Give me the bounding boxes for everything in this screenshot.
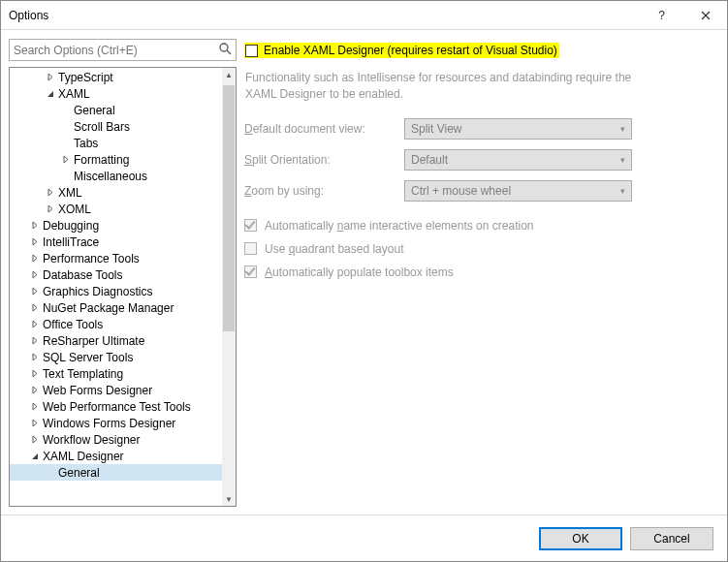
tree-item[interactable]: Graphics Diagnostics <box>10 283 222 299</box>
tree-item[interactable]: Office Tools <box>10 316 222 332</box>
chevron-down-icon: ▾ <box>620 155 625 165</box>
expander-none <box>45 467 56 479</box>
tree-item[interactable]: Text Templating <box>10 365 222 382</box>
tree-item-label: Performance Tools <box>43 252 140 265</box>
footer: OK Cancel <box>1 515 727 561</box>
tree-item[interactable]: General <box>10 464 222 481</box>
description-text: Functionality such as Intellisense for r… <box>244 70 642 103</box>
tree-item-label: Windows Forms Designer <box>43 417 175 430</box>
tree-item[interactable]: ReSharper Ultimate <box>10 332 222 349</box>
expander-closed-icon[interactable] <box>45 187 56 199</box>
expander-open-icon[interactable] <box>29 451 41 462</box>
expander-closed-icon[interactable] <box>60 154 72 166</box>
expander-closed-icon[interactable] <box>45 72 56 83</box>
auto-name-row[interactable]: Automatically name interactive elements … <box>244 219 706 233</box>
expander-closed-icon[interactable] <box>29 302 41 314</box>
scroll-thumb[interactable] <box>223 85 235 331</box>
scroll-down-icon[interactable]: ▼ <box>222 492 236 506</box>
tree-item-label: Formatting <box>74 153 129 167</box>
tree-item[interactable]: Miscellaneous <box>10 168 222 184</box>
tree-item[interactable]: Debugging <box>10 217 222 234</box>
expander-closed-icon[interactable] <box>29 253 41 265</box>
expander-closed-icon[interactable] <box>29 220 41 232</box>
close-button[interactable] <box>683 1 727 30</box>
expander-closed-icon[interactable] <box>29 385 41 396</box>
tree-item-label: Miscellaneous <box>74 170 147 183</box>
tree-item[interactable]: XOML <box>10 201 222 217</box>
expander-closed-icon[interactable] <box>29 418 41 429</box>
tree-item-label: Scroll Bars <box>74 120 130 134</box>
quadrant-checkbox[interactable] <box>244 242 257 255</box>
scroll-track[interactable] <box>222 81 236 492</box>
expander-closed-icon[interactable] <box>29 368 41 380</box>
svg-point-0 <box>220 44 228 51</box>
default-view-combo[interactable]: Split View ▾ <box>404 118 632 140</box>
expander-closed-icon[interactable] <box>29 236 41 248</box>
auto-name-checkbox[interactable] <box>244 219 257 232</box>
tree-item-label: Database Tools <box>43 268 123 282</box>
ok-button[interactable]: OK <box>539 527 622 550</box>
split-orientation-label: Split Orientation: <box>244 153 404 167</box>
default-view-label: Default document view: <box>244 122 404 136</box>
tree-item[interactable]: Scroll Bars <box>10 118 222 135</box>
tree-item-label: General <box>58 466 100 480</box>
tree-item-label: TypeScript <box>58 71 113 84</box>
search-input[interactable] <box>9 39 237 61</box>
tree-item-label: Debugging <box>43 219 99 233</box>
titlebar: Options ? <box>1 1 727 30</box>
tree-item[interactable]: Database Tools <box>10 266 222 283</box>
tree-item[interactable]: SQL Server Tools <box>10 349 222 365</box>
expander-closed-icon[interactable] <box>29 319 41 330</box>
split-orientation-combo[interactable]: Default ▾ <box>404 149 632 171</box>
tree[interactable]: TypeScriptXAMLGeneralScroll BarsTabsForm… <box>10 68 222 506</box>
tree-item[interactable]: General <box>10 102 222 118</box>
expander-closed-icon[interactable] <box>29 401 41 413</box>
tree-item[interactable]: NuGet Package Manager <box>10 299 222 316</box>
auto-toolbox-row[interactable]: Automatically populate toolbox items <box>244 265 706 279</box>
zoom-label: Zoom by using: <box>244 184 404 198</box>
tree-item-label: XAML Designer <box>43 450 124 463</box>
tree-item[interactable]: Formatting <box>10 151 222 168</box>
close-icon <box>701 11 711 20</box>
auto-toolbox-checkbox[interactable] <box>244 265 257 278</box>
tree-item[interactable]: Web Performance Test Tools <box>10 398 222 415</box>
tree-item[interactable]: Tabs <box>10 135 222 151</box>
scroll-up-icon[interactable]: ▲ <box>222 68 236 81</box>
tree-item-label: Web Performance Test Tools <box>43 400 191 414</box>
chevron-down-icon: ▾ <box>620 186 625 196</box>
tree-item[interactable]: Windows Forms Designer <box>10 415 222 431</box>
tree-item-label: Workflow Designer <box>43 433 140 447</box>
tree-item-label: Text Templating <box>43 367 123 381</box>
expander-closed-icon[interactable] <box>45 203 56 215</box>
search-icon[interactable] <box>218 42 232 58</box>
tree-item[interactable]: Web Forms Designer <box>10 382 222 398</box>
expander-open-icon[interactable] <box>45 88 56 100</box>
expander-closed-icon[interactable] <box>29 335 41 347</box>
expander-closed-icon[interactable] <box>29 269 41 281</box>
tree-item[interactable]: XAML <box>10 85 222 102</box>
tree-item[interactable]: XAML Designer <box>10 448 222 464</box>
expander-closed-icon[interactable] <box>29 434 41 446</box>
quadrant-row[interactable]: Use quadrant based layout <box>244 242 706 256</box>
expander-closed-icon[interactable] <box>29 352 41 363</box>
tree-item[interactable]: Workflow Designer <box>10 431 222 448</box>
scrollbar[interactable]: ▲ ▼ <box>222 68 236 506</box>
tree-item[interactable]: Performance Tools <box>10 250 222 266</box>
settings-pane: Enable XAML Designer (requires restart o… <box>244 39 719 507</box>
search-wrap <box>9 39 237 61</box>
help-button[interactable]: ? <box>640 1 683 30</box>
tree-item-label: Tabs <box>74 137 98 150</box>
tree-item-label: XAML <box>58 87 90 101</box>
tree-item[interactable]: IntelliTrace <box>10 234 222 250</box>
tree-item[interactable]: TypeScript <box>10 69 222 85</box>
tree-item-label: IntelliTrace <box>43 235 99 249</box>
zoom-combo[interactable]: Ctrl + mouse wheel ▾ <box>404 180 632 202</box>
enable-xaml-designer-row[interactable]: Enable XAML Designer (requires restart o… <box>244 43 559 58</box>
enable-xaml-checkbox[interactable] <box>245 45 258 57</box>
tree-item[interactable]: XML <box>10 184 222 201</box>
cancel-button[interactable]: Cancel <box>630 527 713 550</box>
tree-item-label: Web Forms Designer <box>43 384 152 397</box>
expander-closed-icon[interactable] <box>29 286 41 297</box>
expander-none <box>60 171 72 182</box>
tree-item-label: Graphics Diagnostics <box>43 285 152 298</box>
